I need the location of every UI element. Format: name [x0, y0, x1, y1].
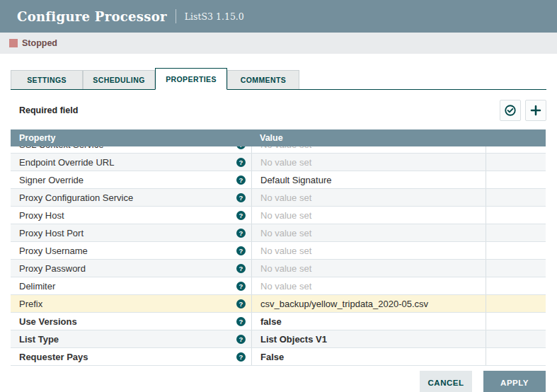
value-cell[interactable]: No value set: [251, 260, 486, 277]
row-actions-cell: [486, 207, 546, 224]
property-cell: Proxy Host ?: [11, 207, 251, 224]
value-cell[interactable]: No value set: [251, 154, 486, 171]
row-actions-cell: [486, 295, 546, 312]
table-row[interactable]: Proxy Host ? No value set: [11, 207, 546, 224]
value-cell[interactable]: false: [251, 313, 486, 330]
row-actions-cell: [486, 313, 546, 330]
tab-properties[interactable]: PROPERTIES: [155, 68, 227, 90]
help-icon[interactable]: ?: [236, 246, 246, 255]
help-icon[interactable]: ?: [236, 175, 246, 185]
value-cell[interactable]: No value set: [251, 277, 486, 294]
table-row[interactable]: Signer Override ? Default Signature: [11, 171, 546, 189]
tab-bar: SETTINGSSCHEDULINGPROPERTIESCOMMENTS: [11, 68, 546, 90]
table-header-row: Property Value: [11, 129, 546, 146]
dialog-title: Configure Processor: [17, 9, 167, 24]
property-column-header: Property: [11, 133, 251, 143]
table-row[interactable]: List Type ? List Objects V1: [11, 330, 546, 348]
properties-table: Property Value SSL Context Service ? No …: [11, 129, 546, 366]
help-icon[interactable]: ?: [236, 282, 246, 291]
verify-properties-icon: [504, 104, 517, 117]
property-name: Proxy Host Port: [19, 228, 236, 238]
tab-comments[interactable]: COMMENTS: [227, 70, 299, 89]
help-icon[interactable]: ?: [236, 317, 246, 326]
value-cell[interactable]: Default Signature: [251, 171, 486, 188]
stopped-status-icon: [9, 39, 18, 47]
row-actions-cell: [486, 330, 546, 347]
property-cell: Signer Override ?: [11, 171, 251, 188]
tab-scheduling[interactable]: SCHEDULING: [83, 70, 155, 89]
help-icon[interactable]: ?: [236, 335, 246, 344]
row-actions-cell: [486, 277, 546, 294]
value-cell[interactable]: csv_backup/yellow_tripdata_2020-05.csv: [251, 295, 486, 312]
table-row[interactable]: Prefix ? csv_backup/yellow_tripdata_2020…: [11, 295, 546, 313]
property-cell: Delimiter ?: [11, 277, 251, 294]
property-name: Signer Override: [19, 175, 236, 185]
property-name: Requester Pays: [19, 352, 236, 362]
row-actions-cell: [486, 154, 546, 171]
properties-toolbar: Required field: [11, 100, 546, 121]
dialog-footer: CANCEL APPLY: [420, 371, 546, 392]
toolbar-icon-buttons: [500, 100, 546, 121]
row-actions-cell: [486, 348, 546, 365]
property-name: Proxy Configuration Service: [19, 192, 236, 203]
value-cell[interactable]: No value set: [251, 224, 486, 241]
value-column-header: Value: [251, 133, 283, 143]
table-row[interactable]: Requester Pays ? False: [11, 348, 546, 366]
table-row[interactable]: Proxy Password ? No value set: [11, 260, 546, 277]
table-row[interactable]: Use Versions ? false: [11, 313, 546, 330]
property-cell: Use Versions ?: [11, 313, 251, 330]
run-status-bar: Stopped: [0, 33, 557, 54]
property-name: List Type: [19, 334, 236, 345]
verify-properties-button[interactable]: [500, 100, 521, 121]
help-icon[interactable]: ?: [236, 229, 246, 238]
table-body: SSL Context Service ? No value set Endpo…: [11, 136, 546, 366]
property-name: Use Versions: [19, 316, 236, 327]
row-actions-cell: [486, 224, 546, 241]
configure-processor-dialog: Configure Processor ListS3 1.15.0 Stoppe…: [0, 0, 557, 392]
property-name: Proxy Password: [19, 263, 236, 274]
value-cell[interactable]: False: [251, 348, 486, 365]
property-cell: Proxy Username ?: [11, 242, 251, 259]
dialog-titlebar: Configure Processor ListS3 1.15.0: [0, 0, 557, 33]
table-row[interactable]: Proxy Username ? No value set: [11, 242, 546, 260]
row-actions-cell: [486, 260, 546, 277]
table-row[interactable]: Endpoint Override URL ? No value set: [11, 154, 546, 171]
help-icon[interactable]: ?: [236, 264, 246, 273]
help-icon[interactable]: ?: [236, 352, 246, 362]
help-icon[interactable]: ?: [236, 299, 246, 309]
help-icon[interactable]: ?: [236, 211, 246, 220]
row-actions-cell: [486, 242, 546, 259]
property-cell: Proxy Host Port ?: [11, 224, 251, 241]
value-cell[interactable]: No value set: [251, 189, 486, 206]
property-name: Proxy Username: [19, 246, 236, 256]
property-cell: Prefix ?: [11, 295, 251, 312]
row-actions-cell: [486, 189, 546, 206]
cancel-button[interactable]: CANCEL: [420, 371, 472, 392]
property-name: Delimiter: [19, 281, 236, 292]
run-status-label: Stopped: [22, 38, 57, 48]
property-cell: Proxy Configuration Service ?: [11, 189, 251, 206]
table-row[interactable]: Proxy Host Port ? No value set: [11, 224, 546, 242]
property-cell: Requester Pays ?: [11, 348, 251, 365]
property-name: Prefix: [19, 299, 236, 309]
value-cell[interactable]: List Objects V1: [251, 330, 486, 347]
property-name: Endpoint Override URL: [19, 157, 236, 168]
help-icon[interactable]: ?: [236, 193, 246, 202]
add-property-button[interactable]: [525, 100, 546, 121]
required-field-label: Required field: [11, 105, 78, 115]
value-cell[interactable]: No value set: [251, 242, 486, 259]
property-cell: List Type ?: [11, 330, 251, 347]
table-row[interactable]: Delimiter ? No value set: [11, 277, 546, 295]
property-cell: Proxy Password ?: [11, 260, 251, 277]
row-actions-cell: [486, 171, 546, 188]
processor-name-version: ListS3 1.15.0: [185, 11, 244, 22]
tab-settings[interactable]: SETTINGS: [11, 70, 83, 89]
apply-button[interactable]: APPLY: [483, 371, 546, 392]
title-separator: [176, 9, 176, 23]
property-cell: Endpoint Override URL ?: [11, 154, 251, 171]
plus-icon: [529, 104, 542, 117]
table-row[interactable]: Proxy Configuration Service ? No value s…: [11, 189, 546, 207]
help-icon[interactable]: ?: [236, 158, 246, 167]
value-cell[interactable]: No value set: [251, 207, 486, 224]
property-name: Proxy Host: [19, 210, 236, 221]
